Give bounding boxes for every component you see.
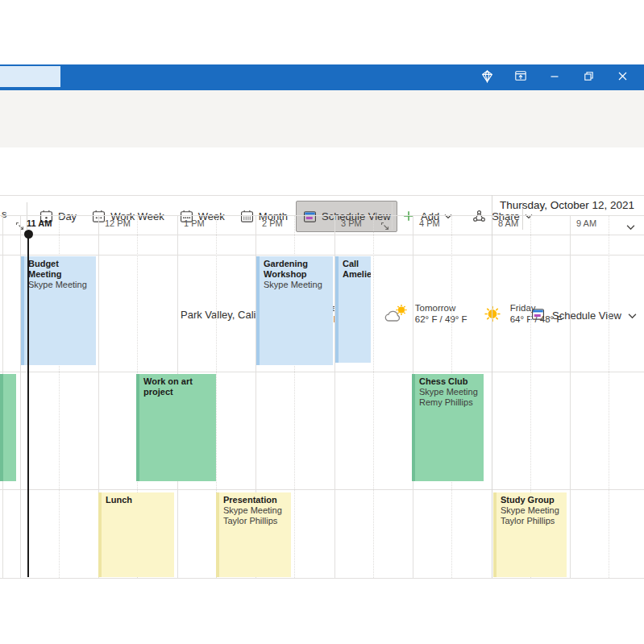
calendar-event[interactable]: PresentationSkype MeetingTaylor Phillips [216, 492, 291, 577]
time-label: 4 PM [419, 218, 440, 228]
calendar-event[interactable]: Chess ClubSkype MeetingRemy Phillips [412, 374, 484, 481]
time-label: 2 PM [262, 218, 283, 228]
event-title: Presentation [223, 495, 289, 505]
event-detail: Skype Meeting [28, 280, 94, 290]
calendar-event[interactable]: Work on art project [136, 374, 216, 481]
time-label: 12 PM [105, 218, 131, 228]
grid-horizontal-line [0, 215, 644, 216]
event-title: Budget Meeting [28, 259, 94, 280]
time-label: 3 PM [341, 218, 362, 228]
event-title: Work on art project [143, 376, 214, 397]
event-detail: Remy Phillips [419, 397, 482, 408]
event-title: Gardening Workshop [264, 259, 331, 280]
event-detail: Skype Meeting [264, 280, 331, 290]
grid-horizontal-line [0, 255, 644, 256]
grid-vertical-line [570, 215, 571, 578]
event-title: Call Amelie [343, 259, 369, 280]
grid-horizontal-line [0, 489, 644, 490]
event-detail: Taylor Phillips [223, 516, 289, 526]
time-label: 8 AM [498, 218, 518, 228]
outlook-calendar-window: s DayWork WeekWeekMonthSchedule View Add… [0, 0, 644, 644]
event-detail: Skype Meeting [223, 505, 289, 516]
grid-vertical-line [492, 195, 492, 578]
calendar-event[interactable] [0, 374, 16, 481]
date-header: Thursday, October 12, 2021 [500, 199, 634, 211]
calendar-event[interactable]: Call Amelie [335, 256, 371, 363]
grid-horizontal-line [0, 578, 644, 579]
time-label: 11 AM [27, 218, 52, 228]
event-title: Study Group [501, 495, 565, 505]
event-detail: Skype Meeting [501, 505, 565, 516]
grid-vertical-line [609, 215, 609, 578]
current-time-line [27, 234, 29, 577]
calendar-event[interactable]: Budget MeetingSkype Meeting [21, 256, 96, 365]
time-label: 9 AM [576, 218, 596, 228]
grid-vertical-line [373, 215, 374, 578]
event-detail: Skype Meeting [419, 387, 482, 397]
schedule-grid[interactable]: Thursday, October 12, 2021 11 AM12 PM1 P… [0, 0, 644, 644]
calendar-event[interactable]: Lunch [98, 492, 174, 577]
grid-horizontal-line [0, 195, 644, 196]
calendar-event[interactable]: Gardening WorkshopSkype Meeting [256, 256, 333, 365]
event-detail: Taylor Phillips [501, 516, 565, 526]
calendar-event[interactable]: Study GroupSkype MeetingTaylor Phillips [493, 492, 567, 577]
grid-horizontal-line [0, 235, 644, 235]
event-title: Chess Club [419, 376, 482, 387]
event-title: Lunch [106, 495, 172, 505]
time-label: 1 PM [184, 218, 205, 228]
grid-horizontal-line [0, 372, 644, 372]
